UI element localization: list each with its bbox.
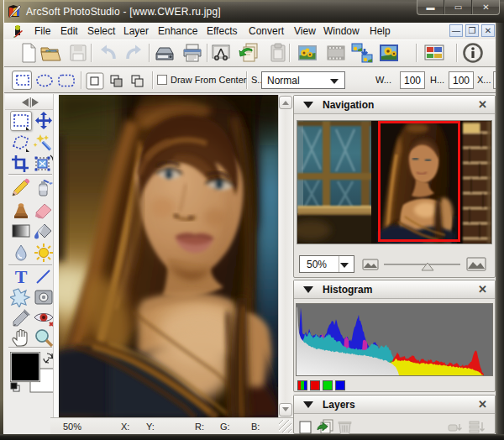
svg-text:T: T: [15, 267, 28, 287]
